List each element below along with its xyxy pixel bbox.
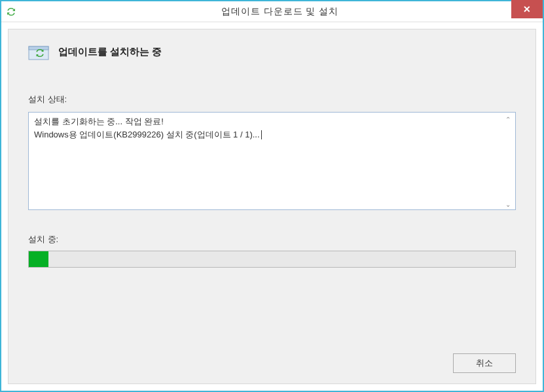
status-line: 설치를 초기화하는 중... 작업 완료! bbox=[34, 115, 510, 128]
window-title: 업데이트 다운로드 및 설치 bbox=[17, 6, 543, 18]
scroll-up-icon: ⌃ bbox=[505, 115, 513, 122]
progress-fill bbox=[29, 251, 48, 267]
progress-label: 설치 중: bbox=[28, 234, 516, 245]
text-caret bbox=[261, 130, 262, 139]
footer: 취소 bbox=[28, 340, 516, 373]
cancel-button[interactable]: 취소 bbox=[453, 353, 516, 373]
window-frame: 업데이트 다운로드 및 설치 ✕ 업데이트를 설치하는 중 설치 상태: 설치를… bbox=[0, 0, 544, 392]
installer-box-icon bbox=[28, 43, 49, 61]
header-row: 업데이트를 설치하는 중 bbox=[28, 43, 516, 61]
close-icon: ✕ bbox=[523, 4, 531, 14]
progress-bar bbox=[28, 251, 516, 268]
status-label: 설치 상태: bbox=[28, 94, 516, 105]
titlebar: 업데이트 다운로드 및 설치 ✕ bbox=[1, 1, 543, 22]
status-textbox[interactable]: 설치를 초기화하는 중... 작업 완료! Windows용 업데이트(KB29… bbox=[28, 112, 516, 210]
content-area: 업데이트를 설치하는 중 설치 상태: 설치를 초기화하는 중... 작업 완료… bbox=[8, 29, 536, 384]
status-line: Windows용 업데이트(KB2999226) 설치 중(업데이트 1 / 1… bbox=[34, 128, 510, 141]
scroll-down-icon: ⌄ bbox=[505, 200, 513, 207]
svg-rect-1 bbox=[29, 46, 48, 50]
header-title: 업데이트를 설치하는 중 bbox=[58, 46, 162, 58]
close-button[interactable]: ✕ bbox=[511, 0, 543, 18]
update-cycle-icon bbox=[5, 6, 17, 18]
